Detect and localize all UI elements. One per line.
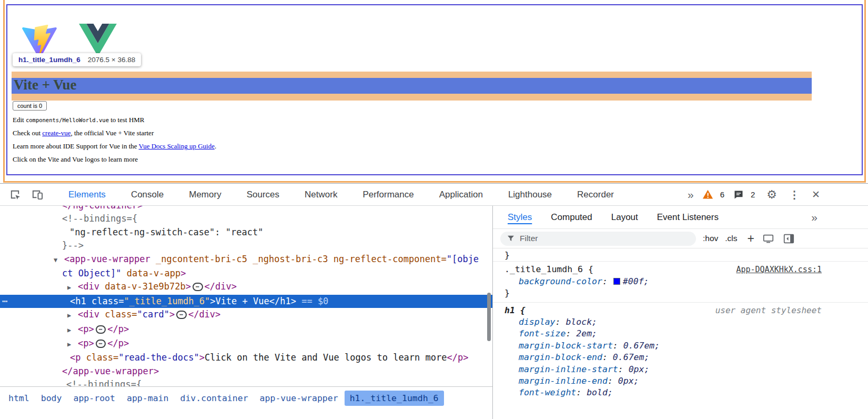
- syntax-comment: <!--bindings={: [62, 213, 137, 224]
- elements-scrollbar[interactable]: [487, 293, 491, 341]
- dom-tree-row[interactable]: ct Object]" data-v-app>: [0, 267, 492, 280]
- css-declaration[interactable]: margin-inline-end: 0px;: [493, 375, 868, 387]
- expand-inline-icon[interactable]: ⋯: [176, 311, 187, 319]
- css-property[interactable]: font-weight: [519, 387, 576, 397]
- breadcrumb-item-app-vue-wrapper[interactable]: app-vue-wrapper: [255, 391, 344, 406]
- ide-support-text: Learn more about IDE Support for Vue in …: [13, 142, 216, 151]
- tab-network[interactable]: Network: [292, 184, 350, 205]
- syntax-tag: <p>: [78, 338, 94, 348]
- tab-elements[interactable]: Elements: [56, 184, 118, 205]
- dom-tree-row[interactable]: </app-vue-wrapper>: [0, 365, 492, 378]
- css-declaration[interactable]: margin-block-start: 0.67em;: [493, 340, 868, 352]
- close-icon[interactable]: ✕: [808, 188, 824, 201]
- toggle-sidebar-icon[interactable]: [782, 230, 795, 247]
- tab-lighthouse[interactable]: Lighthouse: [496, 184, 564, 205]
- styles-more-tabs-icon[interactable]: »: [811, 211, 817, 224]
- more-tabs-icon[interactable]: »: [684, 188, 697, 201]
- css-property[interactable]: margin-block-start: [519, 341, 613, 351]
- tab-console[interactable]: Console: [118, 184, 176, 205]
- node-menu-icon[interactable]: ⋯: [2, 295, 8, 308]
- highlight-margin-top: [12, 72, 812, 78]
- expand-arrow-icon[interactable]: ▶: [67, 338, 78, 351]
- css-value[interactable]: 0.67em;: [613, 352, 650, 362]
- breadcrumb-item-app-root[interactable]: app-root: [68, 391, 120, 406]
- expand-inline-icon[interactable]: ⋯: [96, 340, 106, 348]
- css-selector[interactable]: h1 {: [504, 305, 526, 316]
- css-value[interactable]: #00f;: [623, 276, 649, 286]
- color-swatch[interactable]: [613, 278, 620, 285]
- css-value[interactable]: 0px;: [629, 364, 650, 374]
- issues-icon[interactable]: [732, 186, 745, 203]
- expand-arrow-icon[interactable]: ▶: [67, 324, 78, 337]
- css-property[interactable]: margin-block-end: [519, 352, 602, 362]
- css-value[interactable]: block;: [566, 317, 597, 327]
- pseudo-state-toggle[interactable]: :hov: [703, 234, 718, 243]
- css-rule-source-ua[interactable]: user agent stylesheet: [715, 305, 822, 316]
- vue-docs-link[interactable]: Vue Docs Scaling up Guide: [139, 142, 215, 150]
- styles-panel: StylesComputedLayoutEvent Listeners» Fil…: [492, 206, 868, 419]
- expand-inline-icon[interactable]: ⋯: [96, 325, 106, 334]
- dom-tree-row[interactable]: ▶<div class="card">⋯</div>: [0, 308, 492, 322]
- dom-tree-row-selected[interactable]: ⋯<h1 class="_title_1umdh_6">Vite + Vue</…: [0, 295, 492, 308]
- styles-tab-computed[interactable]: Computed: [541, 206, 601, 228]
- dom-tree-row[interactable]: ▼<app-vue-wrapper _ngcontent-bri-c5 _ngh…: [0, 253, 492, 267]
- expand-arrow-icon[interactable]: ▶: [67, 281, 78, 294]
- css-selector[interactable]: ._title_1umdh_6 {: [504, 264, 593, 275]
- tab-memory[interactable]: Memory: [176, 184, 234, 205]
- css-declaration[interactable]: margin-block-end: 0.67em;: [493, 352, 868, 363]
- dom-tree-row[interactable]: }-->: [0, 239, 492, 252]
- css-rule-source-link[interactable]: App-DQAXKHkX.css:1: [736, 264, 822, 275]
- expand-arrow-icon[interactable]: ▶: [67, 309, 78, 322]
- expand-inline-icon[interactable]: ⋯: [193, 283, 203, 291]
- styles-tab-event-listeners[interactable]: Event Listeners: [648, 206, 728, 228]
- breadcrumb-item-div-container[interactable]: div.container: [175, 391, 253, 406]
- create-vue-link[interactable]: create-vue: [42, 129, 70, 137]
- css-value[interactable]: 2em;: [576, 328, 597, 338]
- css-property[interactable]: display: [519, 317, 556, 327]
- dom-tree-row[interactable]: ▶<p>⋯</p>: [0, 337, 492, 351]
- dom-tree-row[interactable]: </ng-container>: [0, 206, 492, 212]
- css-declaration[interactable]: font-weight: bold;: [493, 387, 868, 398]
- dom-tree-row[interactable]: ▶<div data-v-31e9b72b>⋯</div>: [0, 280, 492, 294]
- css-value[interactable]: 0.67em;: [623, 341, 660, 351]
- dom-tree-row[interactable]: ▶<p>⋯</p>: [0, 323, 492, 337]
- styles-filter-input[interactable]: Filter: [500, 232, 696, 246]
- counter-button[interactable]: count is 0: [13, 101, 47, 111]
- css-property[interactable]: font-size: [519, 328, 566, 338]
- breadcrumb-item-app-main[interactable]: app-main: [122, 391, 174, 406]
- dom-tree-row[interactable]: <p class="read-the-docs">Click on the Vi…: [0, 351, 492, 364]
- issues-count[interactable]: 2: [751, 190, 755, 199]
- settings-gear-icon[interactable]: ⚙: [763, 188, 781, 202]
- dom-tree-row[interactable]: "ng-reflect-ng-switch-case": "react": [0, 226, 492, 239]
- kebab-menu-icon[interactable]: ⋮: [785, 188, 803, 201]
- styles-tab-layout[interactable]: Layout: [602, 206, 648, 228]
- tab-sources[interactable]: Sources: [234, 184, 292, 205]
- syntax-attribute: class=: [99, 309, 137, 320]
- tab-recorder[interactable]: Recorder: [564, 184, 627, 205]
- css-declaration[interactable]: margin-inline-start: 0px;: [493, 364, 868, 375]
- css-value[interactable]: bold;: [587, 387, 613, 397]
- expand-arrow-icon[interactable]: ▼: [54, 254, 64, 267]
- warning-icon[interactable]: [702, 186, 714, 203]
- css-declaration[interactable]: background-color: #00f;: [493, 276, 868, 287]
- class-toggle[interactable]: .cls: [725, 234, 737, 243]
- css-declaration[interactable]: display: block;: [493, 316, 868, 328]
- css-property[interactable]: margin-inline-start: [519, 364, 618, 374]
- breadcrumb-item-h1-title-1umdh-6[interactable]: h1._title_1umdh_6: [345, 391, 444, 406]
- breadcrumb-item-html[interactable]: html: [3, 391, 35, 406]
- breadcrumb-item-body[interactable]: body: [36, 391, 67, 406]
- rendering-emulation-icon[interactable]: [761, 230, 775, 247]
- inspect-element-icon[interactable]: [6, 186, 23, 203]
- css-property[interactable]: margin-inline-end: [519, 376, 608, 386]
- new-style-rule-icon[interactable]: +: [748, 232, 754, 246]
- vue-logo-icon: [79, 24, 117, 56]
- css-property[interactable]: background-color: [519, 276, 602, 286]
- css-declaration[interactable]: font-size: 2em;: [493, 328, 868, 340]
- tab-application[interactable]: Application: [427, 184, 496, 205]
- device-toolbar-icon[interactable]: [28, 186, 45, 203]
- tab-performance[interactable]: Performance: [350, 184, 426, 205]
- styles-tab-styles[interactable]: Styles: [498, 206, 541, 228]
- dom-tree-row[interactable]: <!--bindings={: [0, 212, 492, 225]
- warning-count[interactable]: 6: [720, 190, 724, 199]
- css-value[interactable]: 0px;: [618, 376, 639, 386]
